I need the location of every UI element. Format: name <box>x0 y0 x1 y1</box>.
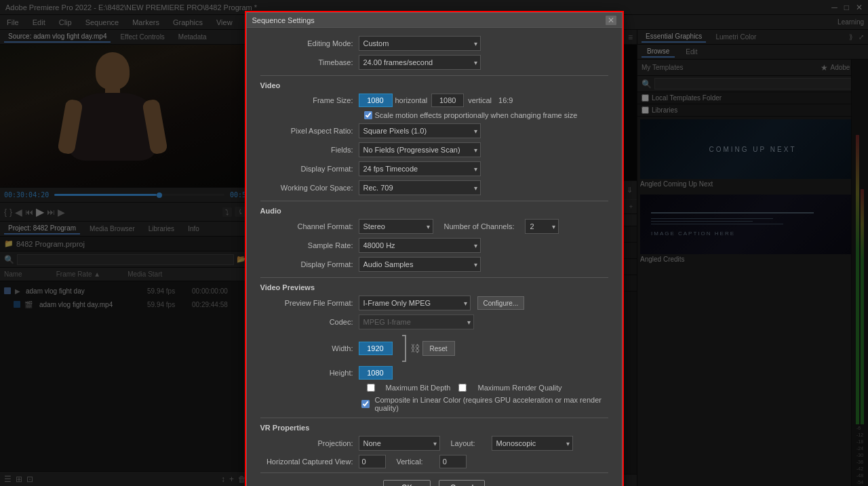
scale-checkbox[interactable] <box>364 111 372 119</box>
vr-horizontal-input[interactable] <box>359 455 386 468</box>
frame-ratio: 16:9 <box>498 96 513 104</box>
pixel-aspect-row: Pixel Aspect Ratio: Square Pixels (1.0) <box>260 123 608 138</box>
vr-horizontal-label: Horizontal Captured View: <box>260 458 359 466</box>
codec-select: MPEG I-frame <box>359 315 474 329</box>
link-bracket <box>395 333 406 363</box>
display-format-video-select[interactable]: 24 fps Timecode <box>359 161 481 176</box>
dialog-overlay: Sequence Settings ✕ Editing Mode: Custom… <box>0 0 868 486</box>
sequence-settings-dialog: Sequence Settings ✕ Editing Mode: Custom… <box>246 12 623 486</box>
display-format-video-label: Display Format: <box>260 165 359 173</box>
vr-vertical-input[interactable] <box>439 455 467 468</box>
working-color-select-wrapper: Rec. 709 <box>359 180 481 195</box>
audio-section-label: Audio <box>260 207 608 215</box>
editing-mode-label: Editing Mode: <box>260 39 359 47</box>
display-format-audio-select-wrapper: Audio Samples <box>359 257 481 272</box>
timebase-select[interactable]: 24.00 frames/second 25.00 frames/second <box>359 55 481 70</box>
timebase-label: Timebase: <box>260 58 359 66</box>
vr-projection-controls: None Layout: Monoscopic <box>359 436 573 451</box>
preview-file-select[interactable]: I-Frame Only MPEG <box>359 296 471 310</box>
preview-width-input[interactable] <box>359 342 393 355</box>
vr-projection-label: Projection: <box>260 439 359 447</box>
section-divider-previews <box>260 277 608 278</box>
preview-dimensions-controls: ⛓ Reset <box>359 333 455 363</box>
preview-file-row: Preview File Format: I-Frame Only MPEG C… <box>260 296 608 310</box>
dialog-close-button[interactable]: ✕ <box>606 16 616 25</box>
reset-button[interactable]: Reset <box>422 341 455 356</box>
pixel-aspect-select-wrapper: Square Pixels (1.0) <box>359 123 481 138</box>
scale-checkbox-row: Scale motion effects proportionally when… <box>260 111 608 119</box>
section-divider-audio <box>260 201 608 201</box>
display-format-audio-label: Display Format: <box>260 260 359 268</box>
preview-file-controls: I-Frame Only MPEG Configure... <box>359 296 525 310</box>
editing-mode-row: Editing Mode: Custom DSLR <box>260 36 608 51</box>
max-bit-depth-checkbox[interactable] <box>367 384 375 392</box>
sample-rate-label: Sample Rate: <box>260 241 359 249</box>
codec-row: Codec: MPEG I-frame <box>260 315 608 329</box>
editing-mode-select[interactable]: Custom DSLR <box>359 36 481 51</box>
num-channels-select-wrapper: 2 <box>525 219 559 234</box>
preview-file-label: Preview File Format: <box>260 299 359 307</box>
preview-width-label: Width: <box>260 344 359 352</box>
dialog-content: Editing Mode: Custom DSLR Timebase: 24.0… <box>247 28 622 486</box>
channel-format-row: Channel Format: Stereo Number of Channel… <box>260 219 608 234</box>
vr-projection-select[interactable]: None <box>359 436 440 451</box>
vr-projection-row: Projection: None Layout: Monoscopic <box>260 436 608 451</box>
channel-format-select-wrapper: Stereo <box>359 219 433 234</box>
vr-horizontal-row: Horizontal Captured View: Vertical: <box>260 455 608 468</box>
frame-size-label: Frame Size: <box>260 96 359 104</box>
preview-width-row: Width: ⛓ Reset <box>260 333 608 363</box>
composite-linear-label: Composite in Linear Color (requires GPU … <box>375 396 608 412</box>
display-format-video-row: Display Format: 24 fps Timecode <box>260 161 608 176</box>
chain-link-icon[interactable]: ⛓ <box>410 343 420 354</box>
frame-size-controls: horizontal vertical 16:9 <box>359 94 513 107</box>
channel-format-label: Channel Format: <box>260 222 359 230</box>
display-format-video-select-wrapper: 24 fps Timecode <box>359 161 481 176</box>
editing-mode-select-wrapper: Custom DSLR <box>359 36 481 51</box>
audio-channel-controls: Stereo Number of Channels: 2 <box>359 219 559 234</box>
fields-select-wrapper: No Fields (Progressive Scan) <box>359 142 481 157</box>
composite-linear-row: Composite in Linear Color (requires GPU … <box>260 396 608 412</box>
video-section-label: Video <box>260 81 608 89</box>
working-color-select[interactable]: Rec. 709 <box>359 180 481 195</box>
working-color-row: Working Color Space: Rec. 709 <box>260 180 608 195</box>
dialog-title-bar: Sequence Settings ✕ <box>247 13 622 28</box>
vr-projection-select-wrapper: None <box>359 436 440 451</box>
dialog-buttons: OK Cancel <box>260 472 608 486</box>
quality-checkboxes-row: Maximum Bit Depth Maximum Render Quality <box>260 384 608 392</box>
section-divider-video <box>260 75 608 76</box>
vr-vertical-label: Vertical: <box>397 458 429 466</box>
preview-file-select-wrapper: I-Frame Only MPEG <box>359 296 471 310</box>
frame-size-h-label: horizontal <box>395 96 428 104</box>
max-render-quality-checkbox[interactable] <box>458 384 467 392</box>
preview-height-input[interactable] <box>359 366 393 380</box>
working-color-label: Working Color Space: <box>260 184 359 192</box>
codec-label: Codec: <box>260 318 359 326</box>
vr-layout-select-wrapper: Monoscopic <box>492 436 573 451</box>
codec-select-wrapper: MPEG I-frame <box>359 315 474 329</box>
max-bit-depth-label: Maximum Bit Depth <box>386 384 451 392</box>
vr-layout-label: Layout: <box>451 439 481 447</box>
video-previews-section-label: Video Previews <box>260 283 608 291</box>
section-divider-vr <box>260 418 608 418</box>
num-channels-label: Number of Channels: <box>439 222 520 230</box>
channel-format-select[interactable]: Stereo <box>359 219 433 234</box>
vr-horizontal-controls: Vertical: <box>359 455 467 468</box>
sample-rate-row: Sample Rate: 48000 Hz 44100 Hz <box>260 238 608 253</box>
dialog-title: Sequence Settings <box>252 16 315 24</box>
timebase-select-wrapper: 24.00 frames/second 25.00 frames/second <box>359 55 481 70</box>
num-channels-select[interactable]: 2 <box>525 219 559 234</box>
sample-rate-select[interactable]: 48000 Hz 44100 Hz <box>359 238 481 253</box>
pixel-aspect-select[interactable]: Square Pixels (1.0) <box>359 123 481 138</box>
display-format-audio-select[interactable]: Audio Samples <box>359 257 481 272</box>
fields-select[interactable]: No Fields (Progressive Scan) <box>359 142 481 157</box>
frame-size-v-label: vertical <box>468 96 492 104</box>
frame-size-row: Frame Size: horizontal vertical 16:9 <box>260 94 608 107</box>
configure-button[interactable]: Configure... <box>477 296 525 310</box>
cancel-button[interactable]: Cancel <box>439 480 485 486</box>
sample-rate-select-wrapper: 48000 Hz 44100 Hz <box>359 238 481 253</box>
vr-layout-select[interactable]: Monoscopic <box>492 436 573 451</box>
frame-size-v-input[interactable] <box>431 94 464 107</box>
frame-size-h-input[interactable] <box>359 94 393 107</box>
composite-linear-checkbox[interactable] <box>361 400 370 408</box>
ok-button[interactable]: OK <box>383 480 431 486</box>
